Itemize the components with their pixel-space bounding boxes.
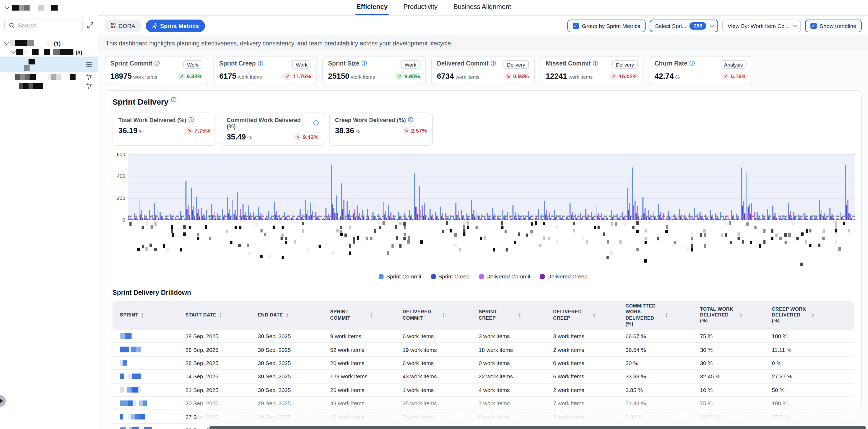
delivery-card-total-work-delivered-[interactable]: Total Work Delivered (%)ⓘ36.19%↘7.75% bbox=[113, 113, 216, 146]
sort-icon[interactable]: ▲▼ bbox=[141, 313, 144, 318]
column-header-total-work-delivered-[interactable]: Total Work Delivered (%)▲▼ bbox=[700, 306, 772, 324]
chevron-down-icon[interactable] bbox=[4, 40, 9, 45]
arrow-up-right-icon: ↗ bbox=[178, 73, 185, 80]
card-title: Missed Commitⓘ bbox=[546, 60, 598, 67]
info-icon[interactable]: ⓘ bbox=[171, 97, 177, 102]
bar-delivered-commit bbox=[577, 217, 578, 220]
filter-sliders-icon[interactable] bbox=[86, 61, 92, 68]
redacted-gap bbox=[30, 4, 38, 10]
sort-icon[interactable]: ▲▼ bbox=[740, 313, 743, 318]
metric-card-delivered-commit[interactable]: Delivered CommitⓘDelivery6734work items↘… bbox=[431, 56, 535, 85]
redacted-block bbox=[131, 414, 135, 420]
bar-delivered-creep bbox=[568, 219, 569, 220]
redacted-axis-cell bbox=[129, 222, 131, 225]
info-icon[interactable]: ⓘ bbox=[689, 61, 695, 66]
tree-item[interactable] bbox=[0, 81, 98, 90]
sort-icon[interactable]: ▲▼ bbox=[665, 313, 668, 318]
column-header-sprint-commit[interactable]: Sprint Commit▲▼ bbox=[330, 309, 403, 321]
info-icon[interactable]: ⓘ bbox=[154, 61, 159, 66]
sort-icon[interactable]: ▲▼ bbox=[811, 313, 815, 318]
metric-card-churn-rate[interactable]: Churn RateⓘAnalysis42.74%↗6.16% bbox=[649, 56, 752, 85]
bar-chart-plot[interactable]: 0200400600 bbox=[128, 154, 855, 220]
redacted-axis-cell bbox=[771, 229, 773, 233]
sort-icon[interactable]: ▲▼ bbox=[442, 313, 445, 318]
filter-sliders-icon[interactable] bbox=[86, 74, 92, 80]
bar-delivered-creep bbox=[256, 219, 257, 220]
info-icon[interactable]: ⓘ bbox=[362, 61, 367, 66]
sort-icon[interactable]: ▲▼ bbox=[370, 313, 373, 318]
delivery-card-committed-work-delivered-[interactable]: Committed Work Delivered (%)ⓘ35.49%↘9.42… bbox=[221, 113, 324, 146]
info-icon[interactable]: ⓘ bbox=[593, 61, 598, 66]
redacted-axis-cell bbox=[455, 244, 457, 247]
redacted-block bbox=[136, 346, 141, 353]
tab-productivity[interactable]: Productivity bbox=[402, 0, 438, 15]
info-icon[interactable]: ⓘ bbox=[491, 61, 496, 66]
column-header-start-date[interactable]: Start Date▲▼ bbox=[185, 312, 258, 318]
tab-efficiency[interactable]: Efficiency bbox=[355, 0, 389, 15]
bar-delivered-creep bbox=[371, 218, 372, 220]
select-sprints-dropdown[interactable]: Select Spri... 250 bbox=[650, 19, 718, 32]
horizontal-scrollbar[interactable] bbox=[209, 426, 866, 429]
info-icon[interactable]: ⓘ bbox=[313, 120, 318, 126]
sort-icon[interactable]: ▲▼ bbox=[285, 313, 289, 318]
sort-icon[interactable]: ▲▼ bbox=[518, 313, 521, 318]
sprint-metrics-toggle[interactable]: Sprint Metrics bbox=[146, 19, 205, 32]
bar-delivered-commit bbox=[178, 218, 179, 220]
legend-item-delivered-commit[interactable]: Delivered Commit bbox=[479, 273, 530, 279]
redacted-axis-cell bbox=[307, 248, 309, 251]
column-header-delivered-creep[interactable]: Delivered Creep▲▼ bbox=[553, 309, 625, 321]
redacted-axis-cell bbox=[235, 226, 237, 229]
redacted-gap bbox=[29, 49, 32, 55]
table-row[interactable]: 20 Sep, 202529 Sep, 202549 work items35 … bbox=[113, 397, 854, 410]
legend-item-delivered-creep[interactable]: Delivered Creep bbox=[540, 273, 587, 279]
metric-card-missed-commit[interactable]: Missed CommitⓘDelivery12241work items↗16… bbox=[540, 56, 644, 85]
bar-delivered-commit bbox=[323, 218, 324, 220]
table-row[interactable]: 28 Sep, 202530 Sep, 202520 work items6 w… bbox=[113, 357, 854, 370]
expand-icon[interactable] bbox=[87, 22, 94, 29]
redacted-block bbox=[29, 83, 33, 89]
column-header-creep-work-delivered-[interactable]: Creep Work Delivered (%)▲▼ bbox=[772, 306, 854, 324]
bar-delivered-commit bbox=[422, 206, 423, 220]
metric-card-sprint-size[interactable]: Sprint SizeⓘWork25150work items↗9.95% bbox=[322, 56, 426, 85]
filter-sliders-icon[interactable] bbox=[86, 83, 92, 89]
info-icon[interactable]: ⓘ bbox=[188, 117, 194, 123]
card-value-row: 35.49%↘9.42% bbox=[227, 133, 318, 141]
table-row[interactable]: 14 Sep, 202530 Sep, 2025129 work items43… bbox=[113, 370, 854, 383]
column-header-sprint-creep[interactable]: Sprint Creep▲▼ bbox=[478, 309, 553, 321]
tab-business-alignment[interactable]: Business Alignment bbox=[453, 0, 512, 15]
change-value: 11.76% bbox=[293, 73, 311, 79]
bar-delivered-creep bbox=[765, 219, 766, 220]
legend-item-sprint-commit[interactable]: Sprint Commit bbox=[379, 273, 421, 279]
chevron-down-icon[interactable] bbox=[10, 49, 16, 54]
redacted-axis-cell bbox=[357, 237, 359, 240]
dora-toggle[interactable]: DORA DORA bbox=[104, 19, 142, 32]
tree-item[interactable]: (1) bbox=[0, 38, 98, 48]
info-icon[interactable]: ⓘ bbox=[258, 61, 263, 66]
table-row[interactable]: 28 Sep, 202530 Sep, 202552 work items19 … bbox=[113, 343, 854, 357]
table-row[interactable]: 21 Sep, 202530 Sep, 202526 work items1 w… bbox=[113, 383, 854, 397]
delivery-card-creep-work-delivered-[interactable]: Creep Work Delivered (%)ⓘ38.36%↘2.57% bbox=[329, 113, 433, 146]
bar-sprint-creep bbox=[436, 217, 437, 220]
column-header-delivered-commit[interactable]: Delivered Commit▲▼ bbox=[403, 309, 478, 321]
sort-icon[interactable]: ▲▼ bbox=[219, 313, 222, 318]
search-input[interactable]: Search bbox=[4, 20, 83, 31]
info-icon[interactable]: ⓘ bbox=[408, 117, 413, 123]
table-row[interactable]: 28 Sep, 202530 Sep, 20259 work items6 wo… bbox=[113, 330, 854, 343]
show-trendline-checkbox[interactable]: ✓ Show trendline bbox=[805, 19, 862, 32]
tree-item[interactable] bbox=[0, 57, 98, 72]
table-row[interactable]: 27 Sep, 202529 Sep, 202560 work items5 w… bbox=[113, 410, 854, 424]
legend-item-sprint-creep[interactable]: Sprint Creep bbox=[431, 273, 469, 279]
org-switcher[interactable] bbox=[0, 0, 98, 15]
sort-icon[interactable]: ▲▼ bbox=[593, 313, 596, 318]
sidebar-collapse-button[interactable] bbox=[0, 395, 6, 407]
view-by-dropdown[interactable]: View By: Work Item Co... bbox=[722, 19, 801, 32]
column-header-committed-work-delivered-[interactable]: Committed Work Delivered (%)▲▼ bbox=[625, 303, 700, 327]
tree-item[interactable] bbox=[0, 72, 98, 81]
tree-item[interactable]: (3) bbox=[0, 48, 98, 57]
metric-card-sprint-commit[interactable]: Sprint CommitⓘWork18975work items↗9.38% bbox=[104, 56, 208, 85]
column-header-end-date[interactable]: End Date▲▼ bbox=[258, 312, 330, 318]
column-header-sprint[interactable]: Sprint▲▼ bbox=[113, 312, 185, 318]
bar-sprint-commit bbox=[741, 167, 742, 220]
metric-card-sprint-creep[interactable]: Sprint CreepⓘWork6175work items↗11.76% bbox=[213, 56, 317, 85]
group-by-sprint-metrics-checkbox[interactable]: ✓ Group by Sprint Metrics bbox=[567, 19, 646, 32]
